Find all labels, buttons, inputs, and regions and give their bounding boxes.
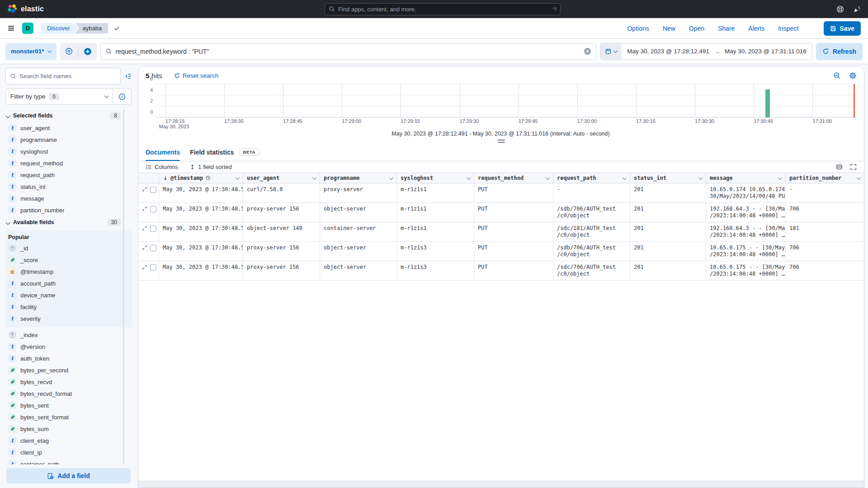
column-actions-chevron-icon[interactable] <box>389 175 394 180</box>
chart-resize-handle[interactable] <box>498 140 505 143</box>
field-item-user_agent[interactable]: tuser_agent <box>5 122 132 134</box>
date-picker-calendar-button[interactable] <box>600 43 622 60</box>
field-item-sysloghost[interactable]: tsysloghost <box>5 145 132 157</box>
field-item-client_ip[interactable]: tclient_ip <box>5 446 132 458</box>
expand-document-icon[interactable] <box>142 245 147 250</box>
column-actions-chevron-icon[interactable] <box>857 175 861 180</box>
menu-hamburger-icon[interactable] <box>7 24 15 32</box>
refresh-button[interactable]: Refresh <box>816 43 863 60</box>
field-item-status_int[interactable]: tstatus_int <box>5 181 132 192</box>
field-item-auth_token[interactable]: tauth_token <box>5 352 132 364</box>
expand-document-icon[interactable] <box>142 264 147 270</box>
row-checkbox[interactable] <box>150 225 156 232</box>
nav-menu-item-new[interactable]: New <box>663 25 675 32</box>
filter-by-type-button[interactable]: Filter by type 0 <box>6 93 113 100</box>
row-checkbox[interactable] <box>150 245 156 251</box>
filter-icon[interactable] <box>60 43 78 60</box>
column-actions-chevron-icon[interactable] <box>546 175 550 180</box>
clear-query-icon[interactable] <box>584 47 591 55</box>
column-header-partition_number[interactable]: partition_number <box>786 173 864 183</box>
field-item-device_name[interactable]: tdevice_name <box>5 289 132 301</box>
field-item-message[interactable]: tmessage <box>5 192 132 204</box>
field-item-facility[interactable]: tfacility <box>5 301 132 313</box>
field-item-@version[interactable]: t@version <box>5 341 132 352</box>
add-filter-icon[interactable] <box>79 43 97 60</box>
column-header-message[interactable]: message <box>706 173 786 183</box>
explore-in-lens-icon[interactable] <box>833 72 841 80</box>
query-text[interactable] <box>116 48 580 55</box>
tab-field-statistics[interactable]: Field statistics BETA <box>190 144 260 161</box>
nav-menu-item-alerts[interactable]: Alerts <box>748 25 764 32</box>
global-search-input[interactable] <box>338 6 550 13</box>
add-field-button[interactable]: Add a field <box>6 468 131 483</box>
sidebar-scrollbar[interactable] <box>123 109 124 465</box>
column-actions-chevron-icon[interactable] <box>698 175 703 180</box>
elastic-logo[interactable]: elastic <box>7 4 44 14</box>
column-actions-chevron-icon[interactable] <box>778 175 783 180</box>
field-item-bytes_recvd[interactable]: #bytes_recvd <box>5 376 132 388</box>
reset-search-button[interactable]: Reset search <box>174 72 219 79</box>
columns-button[interactable]: Columns <box>146 164 178 170</box>
field-item-partition_number[interactable]: tpartition_number <box>5 204 132 216</box>
histogram-bar[interactable] <box>765 89 770 117</box>
row-checkbox[interactable] <box>150 206 156 212</box>
field-item-_index[interactable]: ?_index <box>5 329 132 341</box>
chart-options-gear-icon[interactable] <box>849 72 857 80</box>
field-item-programname[interactable]: tprogramname <box>5 134 132 145</box>
column-header-timestamp[interactable]: @timestamp <box>159 173 243 183</box>
row-checkbox[interactable] <box>150 187 156 193</box>
global-search[interactable]: ^/ <box>325 3 561 15</box>
row-checkbox[interactable] <box>150 264 156 271</box>
field-item-client_etag[interactable]: tclient_etag <box>5 435 132 446</box>
histogram-chart[interactable]: 0246 17:28:15May 30, 202317:28:3017:28:4… <box>146 84 856 137</box>
fullscreen-icon[interactable] <box>850 164 857 170</box>
info-icon[interactable] <box>113 93 131 100</box>
column-header-request_method[interactable]: request_method <box>474 173 553 183</box>
newsfeed-icon[interactable] <box>853 5 861 13</box>
available-fields-header[interactable]: Available fields 30 <box>5 216 132 229</box>
nav-menu-item-inspect[interactable]: Inspect <box>778 25 798 32</box>
field-item-_id[interactable]: ?_id <box>5 242 132 254</box>
field-item-bytes_recvd_format[interactable]: #bytes_recvd_format <box>5 388 132 399</box>
field-item-bytes_sum[interactable]: #bytes_sum <box>5 423 132 435</box>
save-button[interactable]: Save <box>824 21 861 36</box>
tab-documents[interactable]: Documents <box>146 144 180 161</box>
nav-menu-item-options[interactable]: Options <box>627 25 649 32</box>
date-start[interactable]: May 30, 2023 @ 17:28:12.491 <box>627 48 709 55</box>
column-header-status_int[interactable]: status_int <box>630 173 706 183</box>
column-actions-chevron-icon[interactable] <box>623 175 627 180</box>
column-header-programname[interactable]: programname <box>320 173 397 183</box>
expand-document-icon[interactable] <box>142 187 147 192</box>
sort-fields-button[interactable]: 1 field sorted <box>189 164 231 170</box>
column-actions-chevron-icon[interactable] <box>467 175 471 180</box>
field-item-@timestamp[interactable]: ▦@timestamp <box>5 266 132 277</box>
grid-horizontal-scrollbar[interactable] <box>138 481 864 488</box>
field-item-request_method[interactable]: trequest_method <box>5 157 132 169</box>
data-view-picker[interactable]: monster01* <box>5 43 57 60</box>
nav-menu-item-open[interactable]: Open <box>689 25 704 32</box>
field-item-request_path[interactable]: trequest_path <box>5 169 132 181</box>
column-header-user_agent[interactable]: user_agent <box>243 173 320 183</box>
collapse-sidebar-icon[interactable] <box>124 73 132 80</box>
query-input[interactable] <box>100 43 597 60</box>
help-icon[interactable] <box>836 5 844 13</box>
field-item-bytes_sent[interactable]: #bytes_sent <box>5 399 132 411</box>
space-avatar[interactable]: D <box>22 23 33 34</box>
field-search-input[interactable] <box>19 73 116 80</box>
expand-document-icon[interactable] <box>142 206 147 211</box>
field-item-container_path[interactable]: tcontainer_path <box>5 458 132 465</box>
field-item-_score[interactable]: #_score <box>5 254 132 266</box>
nav-menu-item-share[interactable]: Share <box>718 25 735 32</box>
breadcrumb-discover[interactable]: Discover <box>41 23 78 33</box>
display-density-icon[interactable] <box>836 164 843 170</box>
field-item-bytes_per_second[interactable]: #bytes_per_second <box>5 364 132 376</box>
selected-fields-header[interactable]: Selected fields 8 <box>5 109 132 122</box>
field-search[interactable] <box>5 68 121 84</box>
date-end[interactable]: May 30, 2023 @ 17:31:11.016 <box>725 48 807 55</box>
expand-document-icon[interactable] <box>142 225 147 231</box>
column-actions-chevron-icon[interactable] <box>236 175 240 180</box>
field-item-account_path[interactable]: taccount_path <box>5 277 132 289</box>
column-header-sysloghost[interactable]: sysloghost <box>397 173 474 183</box>
column-header-request_path[interactable]: request_path <box>553 173 630 183</box>
field-item-bytes_sent_format[interactable]: #bytes_sent_format <box>5 411 132 423</box>
